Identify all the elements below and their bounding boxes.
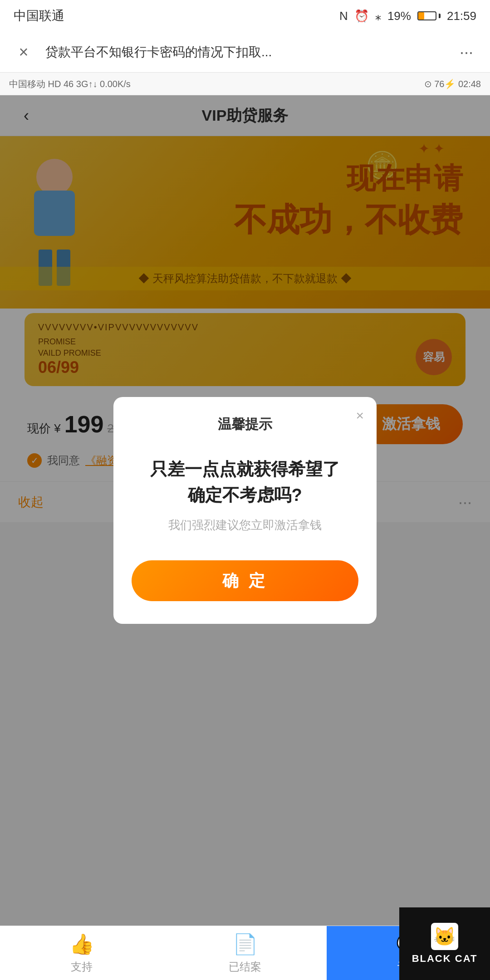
battery-icon [417,11,441,20]
browser-bar: × 贷款平台不知银行卡密码的情况下扣取... ··· [0,32,490,73]
tab-support[interactable]: 👍 支持 [0,926,163,980]
inner-time-battery: ⊙ 76⚡ 02:48 [424,78,481,89]
alarm-icon: ⏰ [354,9,369,23]
modal-dialog: 温馨提示 × 只差一点点就获得希望了 确定不考虑吗? 我们强烈建议您立即激活拿钱… [113,397,377,624]
inner-status-bar: 中国移动 HD 46 3G↑↓ 0.00K/s ⊙ 76⚡ 02:48 [0,73,490,95]
watermark: 🐱 BLACK CAT [399,907,490,980]
modal-close-button[interactable]: × [356,408,364,423]
resolved-icon: 📄 [233,932,258,956]
modal-line2: 确定不考虑吗? [132,482,358,508]
support-icon: 👍 [69,932,94,956]
browser-close-button[interactable]: × [11,39,36,65]
nfc-indicator: N [339,9,348,23]
bluetooth-icon: ⁎ [375,9,381,23]
inner-carrier-info: 中国移动 HD 46 3G↑↓ 0.00K/s [9,79,131,88]
status-bar: 中国联通 N ⏰ ⁎ 19% 21:59 [0,0,490,32]
modal-sub-text: 我们强烈建议您立即激活拿钱 [132,517,358,533]
tab-support-label: 支持 [71,960,93,974]
modal-main-text: 只差一点点就获得希望了 确定不考虑吗? [132,456,358,508]
browser-more-button[interactable]: ··· [454,39,479,65]
time-display: 21:59 [447,9,476,23]
watermark-text: BLACK CAT [412,953,478,965]
tab-resolved-label: 已结案 [229,960,261,974]
modal-overlay: 温馨提示 × 只差一点点就获得希望了 确定不考虑吗? 我们强烈建议您立即激活拿钱… [0,95,490,926]
browser-title: 贷款平台不知银行卡密码的情况下扣取... [45,44,445,61]
watermark-logo: 🐱 [431,923,458,950]
modal-confirm-button[interactable]: 确 定 [132,560,358,601]
tab-resolved[interactable]: 📄 已结案 [163,926,327,980]
modal-line1: 只差一点点就获得希望了 [132,456,358,482]
carrier-text: 中国联通 [14,7,64,24]
cat-icon: 🐱 [433,926,456,947]
modal-title: 温馨提示 [132,415,358,434]
battery-percent: 19% [387,9,411,23]
status-right: N ⏰ ⁎ 19% 21:59 [339,9,476,23]
